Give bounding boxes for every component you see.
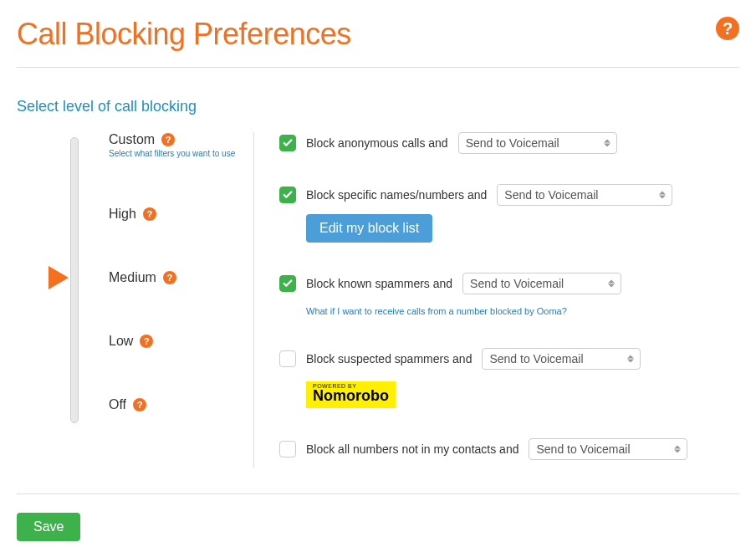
slider-pointer-icon[interactable] xyxy=(49,266,69,289)
divider xyxy=(17,67,739,68)
level-custom-subtext: Select what filters you want to use xyxy=(109,149,237,158)
help-icon[interactable]: ? xyxy=(143,207,156,221)
level-off[interactable]: Off ? xyxy=(109,397,146,412)
checkmark-icon xyxy=(282,137,294,149)
help-icon[interactable]: ? xyxy=(133,398,146,412)
link-receive-blocked-calls[interactable]: What if I want to receive calls from a n… xyxy=(306,306,567,316)
help-icon[interactable]: ? xyxy=(716,17,739,40)
select-specific-action[interactable]: Send to Voicemail xyxy=(497,184,672,206)
level-medium-label: Medium xyxy=(109,270,156,285)
help-icon[interactable]: ? xyxy=(140,335,153,348)
level-medium[interactable]: Medium ? xyxy=(109,270,176,285)
level-high-label: High xyxy=(109,207,136,222)
save-button[interactable]: Save xyxy=(17,513,80,541)
select-known-spammers-action[interactable]: Send to Voicemail xyxy=(462,273,621,294)
level-custom[interactable]: Custom ? xyxy=(109,132,175,147)
checkbox-block-not-in-contacts[interactable] xyxy=(279,441,296,458)
filter-anonymous-text: Block anonymous calls and xyxy=(306,136,448,150)
level-high[interactable]: High ? xyxy=(109,207,156,222)
filter-not-in-contacts-text: Block all numbers not in my contacts and xyxy=(306,442,518,456)
divider xyxy=(17,493,739,494)
level-low-label: Low xyxy=(109,334,133,349)
page-title: Call Blocking Preferences xyxy=(17,17,351,52)
help-icon[interactable]: ? xyxy=(163,271,176,284)
checkbox-block-specific[interactable] xyxy=(279,187,296,203)
nomorobo-badge: POWERED BY Nomorobo xyxy=(306,381,396,408)
select-suspected-spammers-action[interactable]: Send to Voicemail xyxy=(482,348,641,370)
level-custom-label: Custom xyxy=(109,132,155,147)
select-not-in-contacts-action[interactable]: Send to Voicemail xyxy=(529,438,687,460)
filter-suspected-spammers-text: Block suspected spammers and xyxy=(306,352,472,366)
filter-known-spammers-text: Block known spammers and xyxy=(306,277,452,290)
nomorobo-text: Nomorobo xyxy=(313,387,389,405)
help-icon[interactable]: ? xyxy=(161,133,175,146)
section-title: Select level of call blocking xyxy=(17,98,739,115)
checkmark-icon xyxy=(282,278,294,289)
level-low[interactable]: Low ? xyxy=(109,334,153,349)
checkbox-block-anonymous[interactable] xyxy=(279,135,296,151)
level-off-label: Off xyxy=(109,397,126,412)
level-slider-track[interactable] xyxy=(70,137,79,423)
checkbox-block-suspected-spammers[interactable] xyxy=(279,350,296,367)
checkbox-block-known-spammers[interactable] xyxy=(279,275,296,292)
edit-block-list-button[interactable]: Edit my block list xyxy=(306,214,432,243)
checkmark-icon xyxy=(282,189,294,201)
filter-specific-text: Block specific names/numbers and xyxy=(306,188,487,202)
select-anonymous-action[interactable]: Send to Voicemail xyxy=(458,132,617,154)
